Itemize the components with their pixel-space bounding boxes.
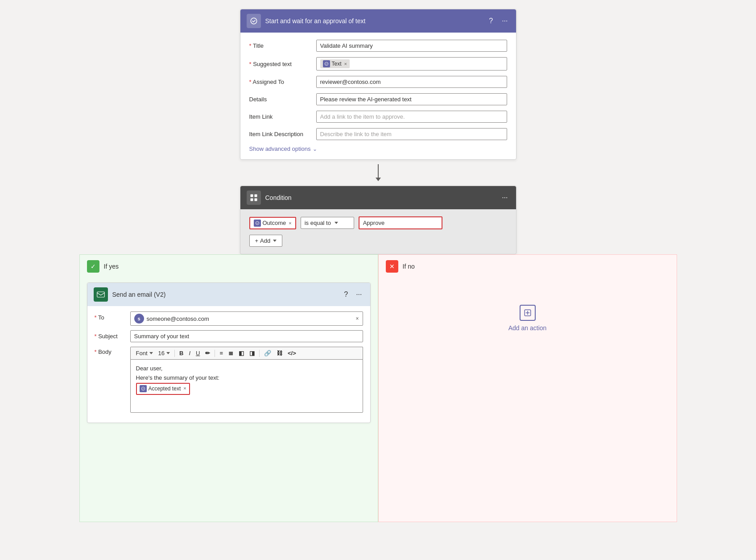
email-body-label: Body [95,347,126,355]
text-tag-icon [323,60,330,67]
operator-chevron-icon [335,222,338,224]
split-container: ✓ If yes Send an email (V2) ? ··· [79,254,677,522]
add-action-button[interactable]: Add an action [508,305,547,332]
email-to-row: To s someone@contoso.com × [95,311,363,326]
font-size-select[interactable]: 16 [157,349,172,357]
add-action-icon [520,305,536,321]
body-line1: Dear user, [136,364,357,373]
add-condition-button[interactable]: + Add [249,235,283,247]
outcome-tag-close[interactable]: × [289,220,291,226]
condition-value-input[interactable] [359,216,442,229]
add-icon: + [255,237,259,244]
condition-card-body: Outcome × is equal to + Add [240,209,516,254]
add-label: Add [260,237,270,244]
underline-button[interactable]: U [194,349,202,357]
size-chevron-icon [166,352,170,354]
suggested-text-label: Suggested text [249,61,312,67]
item-link-label: Item Link [249,113,312,120]
text-tag-close[interactable]: × [344,61,347,66]
operator-label: is equal to [305,220,331,226]
if-no-label: If no [403,263,415,270]
approval-help-button[interactable]: ? [487,16,495,26]
numbered-list-button[interactable]: ≣ [227,349,235,357]
recipient-email: someone@contoso.com [147,315,353,322]
add-action-label: Add an action [508,324,547,332]
outcome-label: Outcome [263,220,286,226]
condition-card-header: Condition ··· [240,186,516,209]
add-condition-row: + Add [249,235,507,247]
assigned-to-input[interactable] [316,76,507,88]
chevron-down-icon: ⌄ [313,146,317,152]
recipient-close[interactable]: × [355,315,359,322]
condition-card: Condition ··· Outcome × is equal to [240,186,516,254]
condition-more-button[interactable]: ··· [500,193,509,203]
approval-icon [247,14,261,28]
item-link-desc-field-row: Item Link Description [249,128,507,140]
title-label: Title [249,42,312,49]
toolbar-sep-2 [215,350,215,357]
condition-operator[interactable]: is equal to [301,217,354,229]
arrow-line [378,164,379,178]
if-no-icon: ✕ [386,260,398,273]
bullet-list-button[interactable]: ≡ [218,349,225,357]
add-chevron-icon [273,240,277,242]
link-button[interactable]: 🔗 [262,349,273,357]
approval-card-header: Start and wait for an approval of text ?… [240,9,516,33]
email-subject-row: Subject [95,330,363,342]
align-left-button[interactable]: ◧ [237,349,246,357]
email-subject-label: Subject [95,330,126,340]
approval-card: Start and wait for an approval of text ?… [240,9,516,160]
code-button[interactable]: </> [286,349,298,357]
email-body-row: Body Font 16 [95,347,363,413]
bold-button[interactable]: B [178,349,185,357]
editor-content[interactable]: Dear user, Here's the summary of your te… [130,359,363,413]
svg-point-1 [325,62,328,66]
item-link-desc-label: Item Link Description [249,131,312,137]
accepted-text-close[interactable]: × [183,385,186,393]
show-advanced-label: Show advanced options [249,145,311,152]
email-to-input[interactable]: s someone@contoso.com × [130,311,363,326]
item-link-field-row: Item Link [249,111,507,123]
text-tag-label: Text [332,61,342,67]
item-link-input[interactable] [316,111,507,123]
email-help-button[interactable]: ? [342,290,350,299]
if-yes-label: If yes [104,263,119,270]
recipient-avatar: s [134,314,144,324]
suggested-text-input[interactable]: Text × [316,57,507,71]
italic-button[interactable]: I [187,349,192,357]
email-more-button[interactable]: ··· [354,290,364,299]
title-input[interactable] [316,40,507,52]
title-field-row: Title [249,40,507,52]
svg-rect-2 [250,195,253,197]
email-card-actions: ? ··· [342,290,364,299]
details-input[interactable] [316,93,507,105]
svg-point-8 [141,387,145,390]
item-link-desc-input[interactable] [316,128,507,140]
accepted-text-chip[interactable]: Accepted text × [136,383,190,395]
outcome-tag[interactable]: Outcome × [249,217,296,229]
align-right-button[interactable]: ◨ [248,349,256,357]
toolbar-sep-1 [174,350,175,357]
highlight-button[interactable]: ✏ [203,349,212,357]
if-yes-header: ✓ If yes [80,255,378,278]
if-yes-icon: ✓ [87,260,99,273]
approval-card-body: Title Suggested text Text × [240,33,516,159]
show-advanced-link[interactable]: Show advanced options ⌄ [249,145,507,152]
approval-card-title: Start and wait for an approval of text [265,17,483,25]
font-select[interactable]: Font [134,349,155,357]
assigned-to-field-row: Assigned To [249,76,507,88]
accepted-text-label: Accepted text [149,385,181,393]
svg-rect-4 [250,199,253,201]
font-size-value: 16 [158,350,165,357]
editor-toolbar: Font 16 B I U [130,347,363,359]
unlink-button[interactable]: ⛓ [275,349,284,357]
connector-arrow [376,160,381,186]
condition-icon [247,191,261,205]
approval-more-button[interactable]: ··· [500,16,509,26]
svg-rect-3 [254,195,257,197]
accepted-text-chip-container: Accepted text × [136,383,357,395]
add-action-container: Add an action [379,278,677,358]
svg-point-0 [251,18,257,24]
email-subject-input[interactable] [130,330,363,342]
body-line2: Here's the summary of your text: [136,373,357,383]
